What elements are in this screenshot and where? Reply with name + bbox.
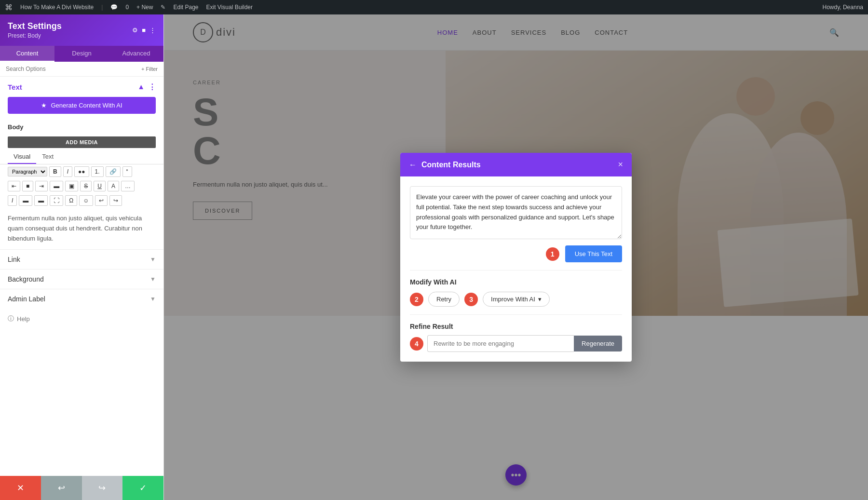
- wp-admin-bar: ⌘ How To Make A Divi Website | 💬 0 + New…: [0, 0, 868, 14]
- comments-icon: 💬: [110, 4, 118, 11]
- background-arrow-icon: ▼: [150, 276, 156, 283]
- improve-with-ai-button[interactable]: Improve With AI ▾: [483, 292, 550, 307]
- underline-btn[interactable]: U: [94, 181, 106, 191]
- use-text-row: 1 Use This Text: [410, 245, 622, 262]
- more-icon[interactable]: ⋮: [149, 27, 156, 34]
- strikethrough-btn[interactable]: S: [80, 181, 92, 191]
- edit-page-link[interactable]: Edit Page: [173, 4, 198, 11]
- indent-btn[interactable]: ▬: [19, 195, 32, 206]
- modify-row: 2 Retry 3 Improve With AI ▾: [410, 292, 622, 307]
- quote-btn[interactable]: “: [122, 166, 132, 177]
- content-results-modal: ← Content Results × Elevate your career …: [400, 153, 632, 362]
- redo-editor-btn[interactable]: ↪: [109, 195, 122, 206]
- modal-close-button[interactable]: ×: [618, 160, 623, 170]
- divider-1: [410, 270, 622, 270]
- sidebar-tabs: Content Design Advanced: [0, 46, 163, 62]
- exit-builder-link[interactable]: Exit Visual Builder: [206, 4, 253, 11]
- link-label: Link: [8, 256, 20, 263]
- ordered-list-btn[interactable]: 1.: [91, 166, 104, 177]
- admin-label-section[interactable]: Admin Label ▼: [0, 289, 163, 309]
- wp-logo-icon: ⌘: [5, 3, 13, 12]
- ai-icon: ★: [41, 102, 47, 109]
- modal-title: Content Results: [421, 161, 481, 169]
- badge-2: 2: [410, 293, 423, 306]
- modify-ai-label: Modify With AI: [410, 278, 622, 286]
- close-button[interactable]: ✕: [0, 476, 41, 500]
- use-this-text-button[interactable]: Use This Text: [565, 245, 622, 262]
- table-btn[interactable]: ▣: [65, 181, 78, 191]
- add-media-button[interactable]: ADD MEDIA: [8, 136, 156, 148]
- sidebar-header: Text Settings Preset: Body ⚙ ■ ⋮: [0, 14, 163, 46]
- left-sidebar: Text Settings Preset: Body ⚙ ■ ⋮ Content…: [0, 14, 164, 500]
- modal-overlay: ← Content Results × Elevate your career …: [164, 14, 868, 500]
- help-button[interactable]: ⓘ Help: [0, 309, 163, 329]
- background-label: Background: [8, 275, 44, 283]
- tab-design[interactable]: Design: [54, 46, 109, 62]
- howdy-text: Howdy, Deanna: [823, 4, 864, 11]
- admin-arrow-icon: ▼: [150, 296, 156, 302]
- content-result-textarea[interactable]: Elevate your career with the power of ca…: [410, 186, 622, 239]
- refine-input[interactable]: [427, 335, 574, 352]
- more-options-icon[interactable]: ⋮: [149, 82, 156, 91]
- search-bar: + Filter: [0, 62, 163, 77]
- text-section-header: Text ▲ ⋮: [0, 77, 163, 95]
- edit-icon: ✎: [161, 4, 165, 11]
- retry-label: Retry: [436, 296, 451, 303]
- redo-button[interactable]: ↪: [82, 476, 123, 500]
- paragraph-select[interactable]: Paragraph: [8, 167, 47, 176]
- filter-button[interactable]: + Filter: [141, 66, 158, 72]
- bottom-toolbar: ✕ ↩ ↪ ✓: [0, 476, 163, 500]
- bold-btn[interactable]: B: [49, 166, 61, 177]
- omega-btn[interactable]: Ω: [65, 195, 77, 206]
- extra-toolbar: I ▬ ▬ ⛶ Ω ☺ ↩ ↪: [0, 193, 163, 208]
- align-left-btn[interactable]: ⇤: [8, 181, 20, 191]
- tab-text[interactable]: Text: [36, 150, 59, 164]
- align-right-btn[interactable]: ⇥: [35, 181, 48, 191]
- link-btn[interactable]: 🔗: [106, 166, 121, 177]
- collapse-icon[interactable]: ▲: [137, 82, 145, 91]
- background-section[interactable]: Background ▼: [0, 269, 163, 289]
- settings-icon[interactable]: ⚙: [132, 27, 138, 34]
- comments-count[interactable]: 0: [125, 4, 129, 11]
- refine-row: 4 Regenerate: [410, 335, 622, 352]
- unordered-list-btn[interactable]: ●●: [74, 166, 89, 177]
- italic-btn[interactable]: I: [63, 166, 72, 177]
- link-section[interactable]: Link ▼: [0, 249, 163, 269]
- more-format-btn[interactable]: …: [121, 181, 135, 191]
- save-button[interactable]: ✓: [122, 476, 163, 500]
- generate-ai-button[interactable]: ★ Generate Content With AI: [8, 97, 156, 114]
- emoji-btn[interactable]: ☺: [79, 195, 93, 206]
- link-arrow-icon: ▼: [150, 256, 156, 263]
- outdent-btn[interactable]: ▬: [34, 195, 48, 206]
- search-input[interactable]: [6, 66, 137, 72]
- undo-editor-btn[interactable]: ↩: [95, 195, 108, 206]
- tab-advanced[interactable]: Advanced: [109, 46, 163, 62]
- back-icon[interactable]: ←: [409, 161, 417, 169]
- divider-2: [410, 314, 622, 315]
- fullscreen-btn[interactable]: ⛶: [50, 195, 63, 206]
- sidebar-preset[interactable]: Preset: Body: [8, 32, 62, 39]
- tab-visual[interactable]: Visual: [8, 150, 36, 164]
- improve-arrow-icon: ▾: [538, 296, 542, 303]
- refine-result-label: Refine Result: [410, 323, 622, 330]
- improve-label: Improve With AI: [491, 296, 535, 303]
- tab-content[interactable]: Content: [0, 46, 54, 62]
- body-text-area[interactable]: Fermentum nulla non justo aliquet, quis …: [0, 208, 163, 249]
- justify-btn[interactable]: ▬: [50, 181, 63, 191]
- help-label: Help: [17, 315, 30, 323]
- color-btn[interactable]: A: [108, 181, 119, 191]
- new-post-link[interactable]: + New: [136, 4, 153, 11]
- alignment-toolbar: ⇤ ■ ⇥ ▬ ▣ S U A …: [0, 179, 163, 193]
- retry-button[interactable]: Retry: [428, 292, 460, 307]
- badge-1: 1: [546, 247, 559, 261]
- align-center-btn[interactable]: ■: [22, 181, 33, 191]
- sidebar-title: Text Settings: [8, 21, 62, 31]
- layout-icon[interactable]: ■: [142, 27, 146, 34]
- text-label: Text: [8, 83, 22, 91]
- site-name-link[interactable]: How To Make A Divi Website: [20, 4, 94, 11]
- admin-label-text: Admin Label: [8, 295, 45, 303]
- undo-button[interactable]: ↩: [41, 476, 82, 500]
- italic2-btn[interactable]: I: [8, 195, 17, 206]
- generate-ai-label: Generate Content With AI: [51, 102, 122, 109]
- regenerate-button[interactable]: Regenerate: [574, 336, 622, 351]
